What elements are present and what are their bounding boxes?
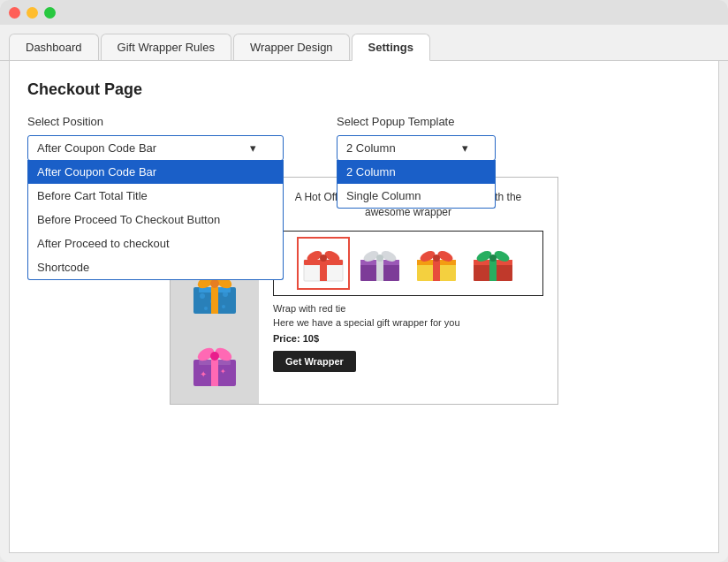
gift-option-2[interactable] — [353, 237, 406, 290]
position-dropdown[interactable]: After Coupon Code Bar ▾ After Coupon Cod… — [27, 135, 284, 161]
app-window: Dashboard Gift Wrapper Rules Wrapper Des… — [0, 0, 728, 562]
svg-point-11 — [204, 307, 208, 310]
popup-dropdown-header[interactable]: 2 Column ▾ — [337, 135, 496, 161]
select-section: Select Position After Coupon Code Bar ▾ … — [27, 115, 701, 161]
position-option-3[interactable]: After Proceed to checkout — [28, 232, 283, 255]
svg-rect-14 — [211, 287, 218, 314]
tab-wrapper-design[interactable]: Wrapper Design — [233, 34, 350, 60]
maximize-button[interactable] — [44, 7, 56, 19]
svg-point-23 — [210, 352, 219, 361]
preview-desc: Here we have a special gift wrapper for … — [273, 317, 543, 328]
gift-option-4[interactable] — [466, 237, 519, 290]
option-gift-green — [470, 240, 516, 286]
chevron-down-icon: ▾ — [462, 141, 468, 155]
content-area: Dashboard Gift Wrapper Rules Wrapper Des… — [0, 25, 728, 562]
popup-label: Select Popup Template — [337, 115, 496, 128]
popup-current-value: 2 Column — [346, 141, 396, 155]
position-current-value: After Coupon Code Bar — [37, 141, 156, 155]
preview-right: A Hot Offer for you to wrap your product… — [259, 178, 557, 404]
option-gift-purple — [357, 240, 403, 286]
svg-text:✦: ✦ — [200, 369, 207, 379]
svg-point-43 — [433, 254, 440, 262]
position-dropdown-header[interactable]: After Coupon Code Bar ▾ — [27, 135, 284, 161]
svg-point-17 — [210, 279, 219, 288]
position-option-0[interactable]: After Coupon Code Bar — [28, 160, 283, 184]
chevron-down-icon: ▾ — [250, 141, 256, 155]
tab-settings[interactable]: Settings — [352, 34, 430, 61]
popup-field-group: Select Popup Template 2 Column ▾ 2 Colum… — [337, 115, 496, 161]
gift-icon-pink: ✦ ✦ — [186, 335, 243, 391]
main-content: Checkout Page Select Position After Coup… — [9, 61, 719, 553]
minimize-button[interactable] — [27, 7, 38, 19]
tab-gift-wrapper-rules[interactable]: Gift Wrapper Rules — [101, 34, 231, 60]
position-option-2[interactable]: Before Proceed To Checkout Button — [28, 208, 283, 232]
svg-point-8 — [200, 293, 205, 299]
gift-thumb-3[interactable]: ✦ ✦ — [183, 331, 246, 395]
tab-bar: Dashboard Gift Wrapper Rules Wrapper Des… — [0, 25, 728, 61]
preview-desc-title: Wrap with red tie — [273, 303, 543, 314]
popup-dropdown[interactable]: 2 Column ▾ 2 Column Single Column — [337, 135, 496, 161]
option-gift-white — [300, 240, 346, 286]
popup-option-0[interactable]: 2 Column — [337, 160, 495, 184]
svg-rect-40 — [433, 260, 440, 281]
gift-options-row — [273, 231, 543, 296]
svg-rect-34 — [376, 260, 383, 281]
gift-option-3[interactable] — [410, 237, 463, 290]
position-dropdown-list: After Coupon Code Bar Before Cart Total … — [27, 160, 284, 280]
position-option-4[interactable]: Shortcode — [28, 255, 283, 279]
popup-dropdown-list: 2 Column Single Column — [337, 160, 496, 209]
svg-point-49 — [489, 254, 497, 262]
position-field-group: Select Position After Coupon Code Bar ▾ … — [27, 115, 284, 161]
tab-dashboard[interactable]: Dashboard — [9, 34, 99, 60]
svg-rect-46 — [489, 260, 497, 281]
svg-rect-20 — [211, 360, 218, 386]
preview-price: Price: 10$ — [273, 333, 543, 344]
popup-option-1[interactable]: Single Column — [337, 184, 495, 208]
position-label: Select Position — [27, 115, 284, 128]
svg-text:✦: ✦ — [220, 368, 226, 376]
option-gift-yellow — [413, 240, 459, 286]
close-button[interactable] — [9, 7, 20, 19]
page-title: Checkout Page — [27, 80, 701, 99]
svg-point-12 — [222, 305, 225, 308]
get-wrapper-button[interactable]: Get Wrapper — [273, 351, 356, 372]
svg-rect-28 — [320, 260, 327, 281]
gift-option-1[interactable] — [297, 237, 350, 290]
title-bar — [0, 0, 728, 25]
svg-point-37 — [376, 254, 383, 262]
svg-point-31 — [320, 254, 327, 262]
position-option-1[interactable]: Before Cart Total Title — [28, 184, 283, 208]
